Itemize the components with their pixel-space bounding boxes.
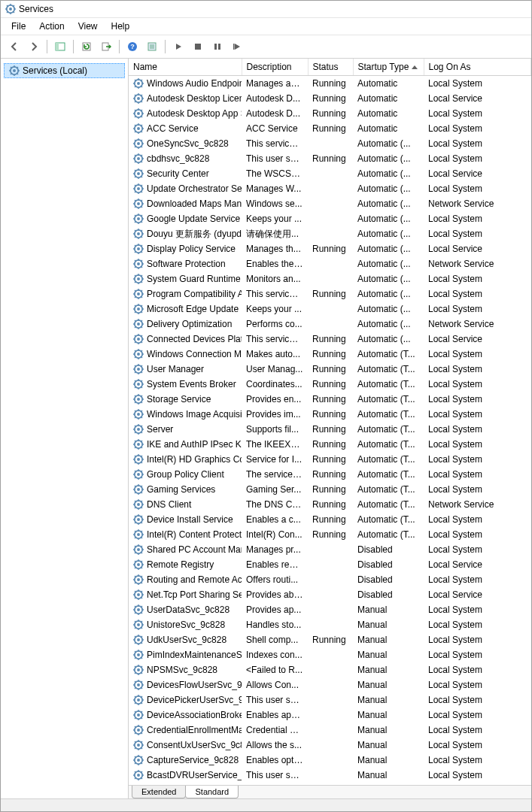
service-list[interactable]: Name Description Status Startup Type Log… xyxy=(129,59,531,785)
table-row[interactable]: ACC ServiceACC ServiceRunningAutomaticLo… xyxy=(129,121,531,136)
show-hide-tree-button[interactable] xyxy=(51,38,69,56)
table-row[interactable]: Routing and Remote AccessOffers routi...… xyxy=(129,572,531,587)
pause-service-button[interactable] xyxy=(208,38,226,56)
table-row[interactable]: System Events BrokerCoordinates...Runnin… xyxy=(129,377,531,392)
service-status xyxy=(308,677,353,692)
gear-icon xyxy=(133,244,144,254)
service-status xyxy=(308,753,353,768)
service-status: Running xyxy=(308,527,353,542)
service-status: Running xyxy=(308,497,353,512)
service-description: Provides abi... xyxy=(242,587,308,602)
table-row[interactable]: UnistoreSvc_9c828Handles sto...ManualLoc… xyxy=(129,617,531,632)
service-logon-as: Local System xyxy=(424,738,531,753)
service-name: Windows Image Acquisitio... xyxy=(147,409,242,420)
restart-service-button[interactable] xyxy=(228,38,246,56)
service-status: Running xyxy=(308,422,353,437)
table-row[interactable]: Storage ServiceProvides en...RunningAuto… xyxy=(129,392,531,407)
service-logon-as: Local Service xyxy=(424,557,531,572)
menu-action[interactable]: Action xyxy=(33,20,70,33)
table-row[interactable]: DeviceAssociationBrokerSv...Enables app.… xyxy=(129,707,531,723)
table-row[interactable]: Remote RegistryEnables rem...DisabledLoc… xyxy=(129,557,531,572)
export-list-button[interactable] xyxy=(97,38,115,56)
tab-extended[interactable]: Extended xyxy=(132,786,186,798)
table-row[interactable]: Google Update Service (gup...Keeps your … xyxy=(129,211,531,226)
help-button[interactable]: ? xyxy=(123,38,141,56)
table-row[interactable]: System Guard Runtime Mo...Monitors an...… xyxy=(129,271,531,286)
forward-button[interactable] xyxy=(25,38,43,56)
table-row[interactable]: Intel(R) Content Protection ...Intel(R) … xyxy=(129,527,531,542)
table-row[interactable]: Windows Audio Endpoint B...Manages au...… xyxy=(129,76,531,92)
service-logon-as: Local System xyxy=(424,542,531,557)
table-row[interactable]: DNS ClientThe DNS Cli...RunningAutomatic… xyxy=(129,497,531,512)
service-startup-type: Manual xyxy=(353,602,424,617)
table-row[interactable]: DevicesFlowUserSvc_9c828Allows Con...Man… xyxy=(129,677,531,692)
service-name: Storage Service xyxy=(147,394,211,404)
service-startup-type: Automatic (T... xyxy=(353,377,424,392)
service-description: Provides en... xyxy=(242,392,308,407)
tab-standard[interactable]: Standard xyxy=(185,786,239,798)
table-row[interactable]: Display Policy ServiceManages th...Runni… xyxy=(129,241,531,256)
table-row[interactable]: AarSvc_9c828Runtime for...ManualLocal Sy… xyxy=(129,783,531,785)
service-startup-type: Automatic (... xyxy=(353,136,424,151)
start-service-button[interactable] xyxy=(169,38,187,56)
table-row[interactable]: Downloaded Maps ManagerWindows se...Auto… xyxy=(129,196,531,211)
table-row[interactable]: CredentialEnrollmentMana...Credential E.… xyxy=(129,723,531,738)
gear-icon xyxy=(133,620,144,630)
column-header-name[interactable]: Name xyxy=(129,59,242,76)
table-row[interactable]: Windows Connection Mana...Makes auto...R… xyxy=(129,347,531,362)
table-row[interactable]: Shared PC Account ManagerManages pr...Di… xyxy=(129,542,531,557)
stop-service-button[interactable] xyxy=(189,38,207,56)
menu-help[interactable]: Help xyxy=(105,20,136,33)
table-row[interactable]: Software ProtectionEnables the ...Automa… xyxy=(129,256,531,271)
table-row[interactable]: Device Install ServiceEnables a c...Runn… xyxy=(129,512,531,527)
table-row[interactable]: Program Compatibility Assi...This servic… xyxy=(129,286,531,301)
table-row[interactable]: Security CenterThe WSCSV...Automatic (..… xyxy=(129,166,531,181)
menu-view[interactable]: View xyxy=(72,20,104,33)
tree-node-services-local[interactable]: Services (Local) xyxy=(4,63,125,78)
service-name: UdkUserSvc_9c828 xyxy=(147,635,226,645)
service-logon-as: Local System xyxy=(424,362,531,377)
table-row[interactable]: Delivery OptimizationPerforms co...Autom… xyxy=(129,317,531,332)
table-row[interactable]: DevicePickerUserSvc_9c828This user ser..… xyxy=(129,692,531,707)
table-row[interactable]: Connected Devices Platfor...This service… xyxy=(129,332,531,347)
services-icon xyxy=(9,65,20,76)
table-row[interactable]: UdkUserSvc_9c828Shell comp...RunningManu… xyxy=(129,632,531,647)
service-logon-as: Local System xyxy=(424,783,531,785)
table-row[interactable]: NPSMSvc_9c828<Failed to R...ManualLocal … xyxy=(129,662,531,677)
table-row[interactable]: BcastDVRUserService_9c828This user ser..… xyxy=(129,768,531,783)
service-startup-type: Automatic (... xyxy=(353,301,424,317)
column-header-status[interactable]: Status xyxy=(308,59,353,76)
table-row[interactable]: Douyu 更新服务 (dyupdate)请确保使用...Automatic (… xyxy=(129,226,531,241)
menu-file[interactable]: File xyxy=(5,20,32,33)
table-row[interactable]: PimIndexMaintenanceSvc_...Indexes con...… xyxy=(129,647,531,662)
refresh-button[interactable] xyxy=(78,38,96,56)
table-row[interactable]: Gaming ServicesGaming Ser...RunningAutom… xyxy=(129,482,531,497)
table-row[interactable]: IKE and AuthIP IPsec Keying...The IKEEXT… xyxy=(129,437,531,452)
service-logon-as: Local Service xyxy=(424,241,531,256)
table-row[interactable]: Net.Tcp Port Sharing ServiceProvides abi… xyxy=(129,587,531,602)
table-row[interactable]: Microsoft Edge Update Serv...Keeps your … xyxy=(129,301,531,317)
gear-icon xyxy=(133,559,144,570)
table-row[interactable]: Update Orchestrator ServiceManages W...A… xyxy=(129,181,531,196)
table-row[interactable]: Autodesk Desktop Licensin...Autodesk D..… xyxy=(129,91,531,106)
table-row[interactable]: CaptureService_9c828Enables opti...Manua… xyxy=(129,753,531,768)
table-row[interactable]: ServerSupports fil...RunningAutomatic (T… xyxy=(129,422,531,437)
service-startup-type: Automatic (T... xyxy=(353,437,424,452)
table-row[interactable]: Windows Image Acquisitio...Provides im..… xyxy=(129,407,531,422)
table-row[interactable]: Intel(R) HD Graphics Contro...Service fo… xyxy=(129,452,531,467)
column-header-startup-type[interactable]: Startup Type xyxy=(353,59,424,76)
table-row[interactable]: Autodesk Desktop App Serv...Autodesk D..… xyxy=(129,106,531,121)
service-status: Running xyxy=(308,392,353,407)
gear-icon xyxy=(133,123,144,134)
table-row[interactable]: Group Policy ClientThe service i...Runni… xyxy=(129,467,531,482)
table-row[interactable]: OneSyncSvc_9c828This service ...Automati… xyxy=(129,136,531,151)
column-header-description[interactable]: Description xyxy=(242,59,308,76)
service-name: Windows Audio Endpoint B... xyxy=(147,78,242,89)
table-row[interactable]: User ManagerUser Manag...RunningAutomati… xyxy=(129,362,531,377)
table-row[interactable]: UserDataSvc_9c828Provides ap...ManualLoc… xyxy=(129,602,531,617)
back-button[interactable] xyxy=(5,38,23,56)
properties-button[interactable] xyxy=(143,38,161,56)
column-header-logon-as[interactable]: Log On As xyxy=(424,59,531,76)
table-row[interactable]: cbdhsvc_9c828This user ser...RunningAuto… xyxy=(129,151,531,166)
table-row[interactable]: ConsentUxUserSvc_9c828Allows the s...Man… xyxy=(129,738,531,753)
